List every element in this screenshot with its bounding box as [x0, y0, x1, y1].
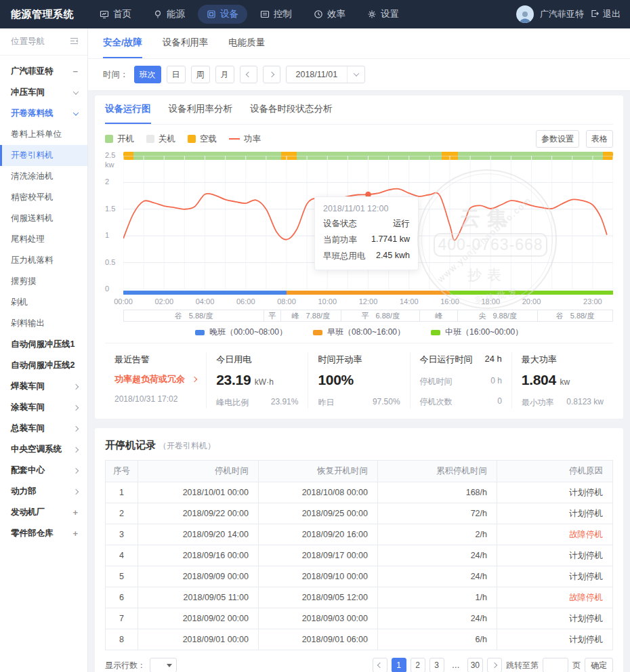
tab-utilization-analysis[interactable]: 设备利用率分析	[169, 96, 233, 124]
time-filter-bar: 时间： 班次 日 周 月 2018/11/01	[88, 59, 630, 90]
nav-item-device[interactable]: 设备	[198, 5, 247, 24]
tab-run-chart[interactable]: 设备运行图	[105, 96, 151, 124]
shift-segment	[450, 291, 613, 295]
sidebar-item[interactable]: 发动机厂+	[0, 502, 87, 523]
alarm-message-link[interactable]: 功率超负荷或冗余	[114, 373, 196, 385]
date-picker[interactable]: 2018/11/01	[286, 66, 366, 83]
table-row[interactable]: 22018/09/22 00:002018/09/25 00:0072/h计划停…	[106, 503, 613, 524]
tab-period-status-analysis[interactable]: 设备各时段状态分析	[250, 96, 333, 124]
sidebar-item[interactable]: 压力机落料	[0, 250, 87, 271]
jump-confirm-button[interactable]: 确定	[585, 658, 613, 672]
nav-item-home[interactable]: 首页	[91, 5, 140, 24]
sidebar-item[interactable]: 清洗涂油机	[0, 166, 87, 187]
sidebar-item[interactable]: 自动伺服冲压线1	[0, 334, 87, 355]
user-name[interactable]: 广汽菲亚特	[540, 8, 584, 20]
legend-item: 开机	[105, 133, 134, 145]
sidebar-item[interactable]: 总装车间	[0, 418, 87, 439]
sidebar-item[interactable]: 摆剪摸	[0, 271, 87, 292]
tariff-cell: 尖9.88/度	[458, 310, 538, 321]
collapse-sidebar-icon[interactable]	[70, 37, 79, 47]
table-row[interactable]: 52018/09/09 00:002018/09/10 00:0024/h计划停…	[106, 566, 613, 587]
sidebar-item[interactable]: 广汽菲亚特−	[0, 61, 87, 82]
tab-safety-fault[interactable]: 安全/故障	[103, 28, 142, 58]
logout-button[interactable]: 退出	[590, 8, 621, 20]
table-row[interactable]: 82018/09/01 00:002018/09/01 06:006/h计划停机	[106, 629, 613, 650]
control-icon	[260, 9, 270, 19]
tab-power-quality[interactable]: 电能质量	[228, 28, 265, 58]
table-row[interactable]: 42018/09/16 00:002018/09/17 00:0024/h计划停…	[106, 545, 613, 566]
table-row[interactable]: 62018/09/05 11:002018/09/05 12:001/h故障停机	[106, 587, 613, 608]
sidebar-item[interactable]: 配套中心	[0, 460, 87, 481]
sidebar-item[interactable]: 动力部	[0, 481, 87, 502]
rows-per-page-select[interactable]	[150, 658, 177, 672]
sidebar-item[interactable]: 伺服送料机	[0, 208, 87, 229]
sidebar-item[interactable]: 自动伺服冲压线2	[0, 355, 87, 376]
sidebar-item[interactable]: 卷料上科单位	[0, 124, 87, 145]
alarm-time: 2018/10/31 17:02	[114, 394, 196, 404]
tariff-cell: 峰7.88/度	[281, 310, 342, 321]
table-row[interactable]: 72018/09/02 00:002018/09/03 00:0024/h计划停…	[106, 608, 613, 629]
nav-label: 效率	[327, 8, 345, 20]
sidebar-item[interactable]: 剁料输出	[0, 313, 87, 334]
sidebar-item[interactable]: 剁机	[0, 292, 87, 313]
parameter-settings-button[interactable]: 参数设置	[536, 130, 579, 148]
next-page-button[interactable]	[487, 658, 502, 672]
sidebar-item[interactable]: 焊装车间	[0, 376, 87, 397]
sidebar-item-label: 动力部	[11, 486, 37, 497]
table-row[interactable]: 32018/09/20 14:002018/09/20 16:002/h故障停机	[106, 524, 613, 545]
user-avatar[interactable]	[516, 5, 534, 23]
device-run-chart-card: 设备运行图 设备利用率分析 设备各时段状态分析 开机关机空载功率 参数设置 表格…	[95, 96, 623, 419]
sidebar-item-label: 摆剪摸	[11, 276, 37, 287]
page-button[interactable]: 30	[467, 658, 483, 672]
chevron-right-icon	[73, 446, 79, 452]
sidebar-item[interactable]: 冲压车间	[0, 82, 87, 103]
date-next-button[interactable]	[263, 66, 280, 83]
stop-reason: 计划停机	[497, 545, 613, 566]
period-week-button[interactable]: 周	[191, 66, 210, 83]
tab-device-utilization[interactable]: 设备利用率	[163, 28, 209, 58]
nav-item-control[interactable]: 控制	[251, 5, 301, 24]
sidebar-item-label: 总装车间	[11, 423, 45, 434]
x-tick-label: 04:00	[196, 297, 215, 306]
logout-icon	[590, 9, 600, 20]
prev-page-button[interactable]	[373, 658, 387, 672]
sidebar-item-label: 涂装车间	[11, 402, 45, 413]
table-row[interactable]: 12018/10/01 00:002018/10/08 00:00168/h计划…	[106, 482, 613, 503]
sidebar-item[interactable]: 尾料处理	[0, 229, 87, 250]
sidebar-header-label: 位置导航	[11, 36, 45, 47]
shift-legend: 晚班（00:00~08:00）早班（08:00~16:00）中班（16:00~0…	[105, 322, 613, 343]
sidebar-item[interactable]: 零件部仓库+	[0, 523, 87, 544]
chart-legend: 开机关机空载功率	[105, 133, 261, 145]
sidebar-item[interactable]: 开卷引料机	[0, 145, 87, 166]
table-view-button[interactable]: 表格	[586, 130, 613, 148]
sidebar-item-label: 剁机	[11, 297, 28, 308]
period-month-button[interactable]: 月	[215, 66, 234, 83]
date-value: 2018/11/01	[287, 70, 348, 79]
top-navbar: 能源管理系统 首页 能源 设备 控制 效率 设置 广汽菲亚特 退出	[0, 0, 630, 28]
legend-swatch	[229, 138, 240, 140]
sidebar-item[interactable]: 涂装车间	[0, 397, 87, 418]
sidebar-item[interactable]: 精密校平机	[0, 187, 87, 208]
sidebar-item-label: 伺服送料机	[11, 213, 54, 224]
plus-icon: +	[72, 528, 78, 539]
jump-label-prefix: 跳转至第	[506, 660, 539, 671]
sidebar-item[interactable]: 中央空调系统	[0, 439, 87, 460]
page-button[interactable]: 3	[429, 658, 444, 672]
x-tick-label: 06:00	[236, 297, 255, 306]
nav-item-energy[interactable]: 能源	[144, 5, 194, 24]
sidebar-item-label: 开卷引料机	[11, 150, 54, 161]
period-day-button[interactable]: 日	[167, 66, 186, 83]
nav-item-efficiency[interactable]: 效率	[305, 5, 354, 24]
nav-item-settings[interactable]: 设置	[358, 5, 408, 24]
date-prev-button[interactable]	[240, 66, 257, 83]
page-button[interactable]: 1	[392, 658, 406, 672]
page-button[interactable]: 2	[411, 658, 425, 672]
jump-page-input[interactable]	[543, 658, 568, 672]
shift-legend-item: 晚班（00:00~08:00）	[195, 327, 287, 338]
period-shift-button[interactable]: 班次	[134, 66, 161, 83]
y-axis: 2.5 kw 2 1.5 1 0.5 0	[105, 152, 123, 295]
sidebar-item-label: 剁料输出	[11, 318, 45, 329]
stop-reason: 故障停机	[497, 524, 613, 545]
stop-start-record-card: 开停机记录（开卷引料机） 序号 停机时间 恢复开机时间 累积停机时间 停机原因 …	[95, 428, 623, 672]
sidebar-item[interactable]: 开卷落料线	[0, 103, 87, 124]
